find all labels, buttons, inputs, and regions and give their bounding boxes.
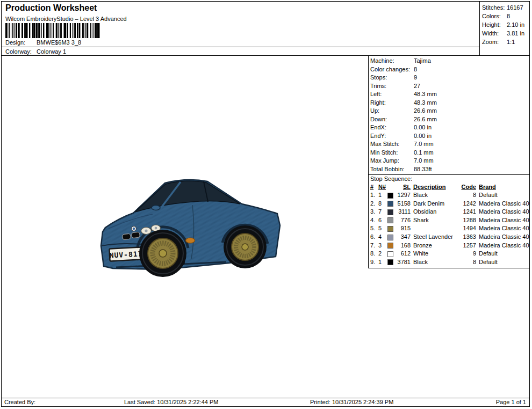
thread-brand: Default: [476, 191, 529, 200]
page-number: Page 1 of 1: [496, 399, 526, 405]
machine-info-row: EndY: 0.00 in: [370, 132, 529, 141]
summary-value: 2.10 in: [507, 20, 524, 29]
summary-value: 8: [507, 12, 510, 20]
colorway-row: Colorway: Colorway 1: [2, 47, 479, 55]
summary-label: Height:: [482, 20, 507, 29]
stop-needle-number: 1: [378, 191, 387, 200]
design-row: Design: BMWE$6M3 3_8: [5, 39, 81, 47]
thread-description: Shark: [411, 216, 460, 225]
machine-info-value: 0.00 in: [414, 123, 432, 132]
stop-needle-number: 7: [378, 208, 387, 216]
col-header-needle: N#: [378, 183, 387, 191]
app-subtitle: Wilcom EmbroideryStudio – Level 3 Advanc…: [5, 16, 127, 22]
barcode-icon: [5, 23, 100, 38]
footer: Created By: Last Saved: 10/31/2025 2:22:…: [2, 398, 529, 406]
stop-row-number: 7.: [370, 242, 378, 250]
side-mirror: [152, 206, 160, 210]
thread-stitch-count: 3781: [396, 258, 411, 267]
kidney-grille-right: [131, 232, 140, 238]
page-title: Production Worksheet: [5, 3, 97, 13]
machine-info-row: Right: 48.3 mm: [370, 99, 529, 107]
machine-info-label: Stops:: [370, 74, 414, 82]
design-value: BMWE$6M3 3_8: [37, 39, 81, 47]
machine-info-label: Left:: [370, 90, 414, 99]
stop-sequence-row: 6. 4 347 Steel Lavender 1363 Madeira Cla…: [369, 233, 529, 242]
machine-info-row: Max Stitch: 7.0 mm: [370, 140, 529, 149]
stop-needle-number: 4: [378, 233, 387, 242]
design-label: Design:: [5, 39, 37, 47]
stop-needle-number: 5: [378, 224, 387, 233]
summary-value: 1:1: [507, 38, 515, 46]
machine-info-row: Left: 48.3 mm: [370, 90, 529, 99]
machine-info-value: 48.3 mm: [414, 99, 437, 107]
machine-info-label: Max Jump:: [370, 157, 414, 165]
thread-description: White: [411, 250, 460, 258]
front-wheel: [139, 230, 186, 277]
machine-info-label: Min Stitch:: [370, 149, 414, 157]
machine-info-label: EndY:: [370, 132, 414, 141]
machine-info-row: Machine: Tajima: [370, 57, 529, 65]
thread-color-swatch: [387, 201, 393, 207]
thread-description: Dark Denim: [411, 200, 460, 208]
thread-stitch-count: 1297: [396, 191, 411, 200]
thread-stitch-count: 612: [396, 250, 411, 258]
thread-color-swatch: [387, 226, 393, 232]
thread-description: Obsidian: [411, 208, 460, 216]
thread-brand: Default: [476, 258, 529, 267]
stop-needle-number: 2: [378, 250, 387, 258]
col-header-num: #: [370, 183, 378, 191]
stop-needle-number: 6: [378, 216, 387, 225]
worksheet-sheet: Production Worksheet Wilcom EmbroiderySt…: [1, 1, 530, 407]
created-by-label: Created By:: [4, 399, 35, 405]
thread-color-swatch: [387, 259, 393, 265]
machine-info-row: EndX: 0.00 in: [370, 123, 529, 132]
stop-needle-number: 1: [378, 258, 387, 267]
summary-value: 3.81 in: [507, 29, 524, 38]
machine-info-value: 48.3 mm: [414, 90, 437, 99]
machine-info-value: 27: [414, 82, 420, 91]
stop-row-number: 5.: [370, 224, 378, 233]
thread-brand: Madeira Classic 40: [476, 216, 529, 225]
stop-row-number: 6.: [370, 233, 378, 242]
machine-info-value: 0.1 mm: [414, 149, 434, 157]
colorway-label: Colorway:: [5, 48, 37, 55]
thread-description: Black: [411, 258, 460, 267]
summary-label: Zoom:: [482, 38, 507, 46]
thread-stitch-count: 5158: [396, 200, 411, 208]
thread-description: Bronze: [411, 242, 460, 250]
design-summary-box: Stitches: 16167 Colors: 8 Height: 2.10 i…: [479, 2, 529, 55]
stop-sequence-row: 4. 6 776 Shark 1288 Madeira Classic 40: [369, 216, 529, 225]
stop-row-number: 4.: [370, 216, 378, 225]
machine-info-row: Down: 26.6 mm: [370, 115, 529, 124]
thread-code: 1288: [460, 216, 476, 225]
stop-sequence-row: 3. 7 3111 Obsidian 1241 Madeira Classic …: [369, 208, 529, 216]
machine-info-row: Stops: 9: [370, 74, 529, 82]
thread-color-swatch: [387, 235, 393, 240]
thread-color-swatch: [387, 251, 393, 257]
summary-label: Width:: [482, 29, 507, 38]
thread-code: 9: [460, 250, 476, 258]
machine-info-label: Trims:: [370, 82, 414, 91]
embroidered-car-graphic: NUV-817: [100, 177, 283, 280]
thread-code: 1494: [460, 224, 476, 233]
printed-label: Printed: 10/31/2025 2:24:39 PM: [310, 399, 393, 405]
thread-brand: Madeira Classic 40: [476, 224, 529, 233]
machine-info-panel: Machine: Tajima Color changes: 8 Stops: …: [368, 56, 529, 268]
thread-code: 1257: [460, 242, 476, 250]
thread-code: 1242: [460, 200, 476, 208]
summary-row: Stitches: 16167: [482, 3, 529, 12]
col-header-st: St.: [396, 183, 411, 191]
summary-row: Zoom: 1:1: [482, 38, 529, 46]
machine-info-value: 7.0 mm: [414, 140, 434, 149]
stop-sequence-row: 2. 8 5158 Dark Denim 1242 Madeira Classi…: [369, 200, 529, 208]
col-header-description: Description: [411, 183, 460, 191]
summary-row: Height: 2.10 in: [482, 20, 529, 29]
header: Production Worksheet Wilcom EmbroiderySt…: [2, 2, 529, 56]
thread-stitch-count: 168: [396, 242, 411, 250]
machine-info-row: Up: 26.6 mm: [370, 107, 529, 115]
summary-label: Stitches:: [482, 3, 507, 12]
machine-info-row: Color changes: 8: [370, 65, 529, 74]
machine-info-label: Down:: [370, 115, 414, 124]
turn-signal: [186, 238, 195, 243]
thread-code: 8: [460, 258, 476, 267]
